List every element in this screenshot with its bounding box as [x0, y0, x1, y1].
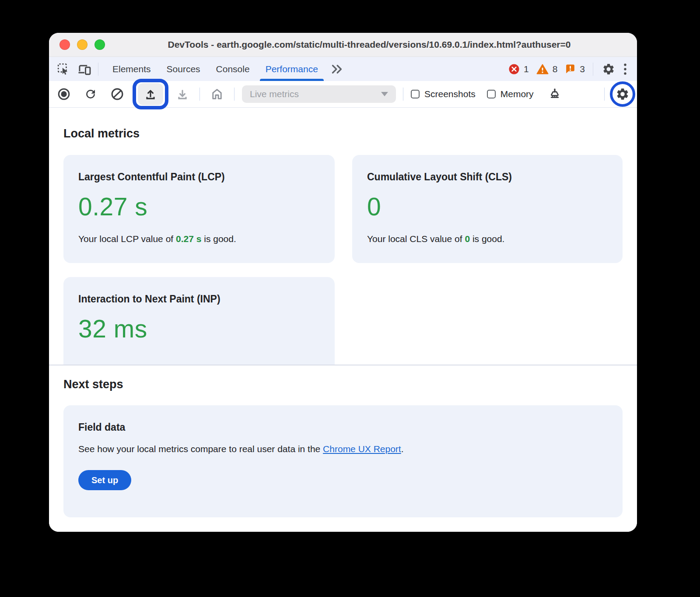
local-metrics-section: Local metrics Largest Contentful Paint (…: [49, 108, 637, 365]
titlebar: DevTools - earth.google.com/static/multi…: [49, 33, 637, 57]
local-metrics-heading: Local metrics: [63, 108, 623, 140]
devtools-window: DevTools - earth.google.com/static/multi…: [49, 33, 637, 532]
clear-button[interactable]: [108, 84, 127, 104]
home-button[interactable]: [207, 84, 227, 104]
inp-card: Interaction to Next Paint (INP) 32 ms: [63, 277, 335, 365]
screenshots-checkbox[interactable]: [411, 90, 420, 98]
error-count: 1: [524, 64, 529, 74]
field-data-card: Field data See how your local metrics co…: [63, 405, 623, 517]
tab-elements[interactable]: Elements: [105, 57, 159, 81]
reload-button[interactable]: [81, 84, 100, 104]
save-profile-button[interactable]: [173, 84, 192, 104]
load-profile-button[interactable]: [138, 83, 163, 105]
window-title: DevTools - earth.google.com/static/multi…: [106, 39, 633, 50]
divider: [200, 88, 200, 101]
tab-performance[interactable]: Performance: [258, 57, 326, 81]
inspect-icon[interactable]: [55, 61, 72, 77]
record-icon: [57, 88, 70, 101]
traffic-lights: [60, 39, 105, 50]
error-icon[interactable]: [508, 63, 520, 75]
panel-tabs: Elements Sources Console Performance: [105, 57, 348, 81]
performance-panel-content: Local metrics Largest Contentful Paint (…: [49, 108, 637, 532]
memory-toggle: Memory: [487, 89, 534, 99]
issues-count: 3: [580, 64, 585, 74]
collect-garbage-icon: [548, 88, 561, 101]
divider: [98, 63, 98, 76]
capture-settings-button[interactable]: [616, 87, 630, 101]
lcp-card: Largest Contentful Paint (LCP) 0.27 s Yo…: [63, 155, 335, 263]
upload-icon: [144, 88, 157, 101]
tab-sources[interactable]: Sources: [159, 57, 208, 81]
close-icon[interactable]: [60, 39, 70, 50]
lcp-card-title: Largest Contentful Paint (LCP): [78, 171, 320, 183]
divider: [593, 63, 593, 76]
home-icon: [210, 88, 224, 101]
next-steps-heading: Next steps: [63, 365, 623, 391]
divider: [604, 88, 605, 101]
lcp-value: 0.27 s: [78, 192, 320, 221]
device-toolbar-icon[interactable]: [76, 61, 93, 77]
live-metrics-dropdown[interactable]: Live metrics: [242, 85, 396, 103]
minimize-icon[interactable]: [77, 39, 88, 50]
field-data-title: Field data: [78, 421, 608, 433]
gear-icon[interactable]: [600, 61, 617, 77]
zoom-icon[interactable]: [94, 39, 105, 50]
cls-card: Cumulative Layout Shift (CLS) 0 Your loc…: [352, 155, 623, 263]
block-icon: [111, 88, 124, 101]
screenshots-toggle: Screenshots: [411, 89, 476, 99]
divider: [234, 88, 234, 101]
lcp-description: Your local LCP value of 0.27 s is good.: [78, 234, 320, 244]
divider: [403, 88, 403, 101]
cls-card-title: Cumulative Layout Shift (CLS): [367, 171, 608, 183]
status-badges: 1 8 3: [508, 63, 588, 75]
collect-garbage-button[interactable]: [545, 84, 564, 104]
settings-button-highlight: [610, 81, 635, 107]
inp-value: 32 ms: [78, 314, 320, 343]
inp-card-title: Interaction to Next Paint (INP): [78, 293, 320, 305]
cls-description: Your local CLS value of 0 is good.: [367, 234, 608, 244]
tab-console[interactable]: Console: [208, 57, 258, 81]
download-icon: [176, 88, 189, 101]
memory-checkbox[interactable]: [487, 90, 496, 98]
issues-icon[interactable]: [565, 63, 576, 74]
cls-value: 0: [367, 192, 608, 221]
dropdown-arrow-icon: [381, 92, 388, 96]
reload-icon: [84, 88, 97, 101]
warning-icon[interactable]: [536, 63, 549, 75]
set-up-button[interactable]: Set up: [78, 470, 131, 490]
more-tabs-icon[interactable]: [326, 57, 348, 81]
record-button[interactable]: [54, 84, 74, 104]
field-data-description: See how your local metrics compare to re…: [78, 444, 608, 454]
kebab-menu-icon[interactable]: [620, 61, 631, 77]
chrome-ux-report-link[interactable]: Chrome UX Report: [323, 444, 401, 454]
performance-toolbar: Live metrics Screenshots Memory: [49, 81, 637, 108]
gear-icon: [616, 87, 630, 101]
warning-count: 8: [553, 64, 558, 74]
upload-button-highlight: [133, 79, 168, 109]
devtools-tabbar: Elements Sources Console Performance 1: [49, 57, 637, 81]
next-steps-section: Next steps Field data See how your local…: [49, 365, 637, 517]
